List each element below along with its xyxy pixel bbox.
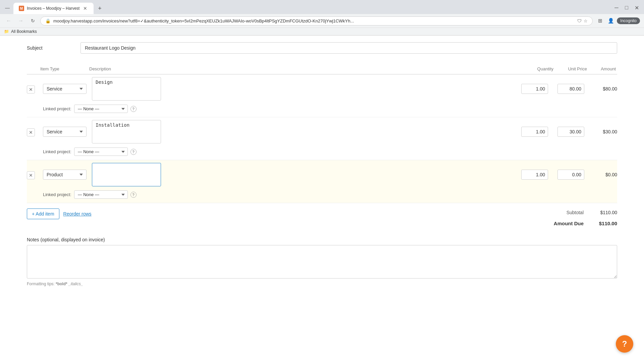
notes-section: Notes (optional, displayed on invoice) F… [27, 237, 617, 286]
unit-price-input-2[interactable] [557, 127, 584, 137]
extensions-button[interactable]: ⊞ [595, 16, 605, 25]
subtotal-label: Subtotal [550, 210, 584, 215]
linked-project-select-3[interactable]: — None — [74, 190, 128, 199]
subtotal-value: $110.00 [590, 210, 617, 215]
formatting-italic: _italics_ [68, 282, 83, 286]
item-type-select-1[interactable]: Service Product Hour [43, 84, 87, 94]
actions-row: + Add item Reorder rows Subtotal $110.00 [27, 208, 617, 219]
item-type-select-3[interactable]: Service Product Hour [43, 170, 87, 180]
description-input-3[interactable] [92, 163, 161, 186]
subject-label: Subject [27, 45, 80, 51]
amount-cell-2: $30.00 [587, 129, 617, 134]
browser-chrome: — M Invoices – Moodjoy – Harvest ✕ + ─ □… [0, 0, 644, 36]
linked-project-label-1: Linked project: [43, 106, 71, 111]
amount-due-label: Amount Due [543, 221, 584, 226]
address-bar[interactable]: 🔒 moodjoy.harvestapp.com/invoices/new?ut… [40, 16, 593, 25]
quantity-input-2[interactable] [521, 127, 548, 137]
table-row: ✕ Service Product Hour Installation $30.… [27, 117, 617, 160]
totals-section: Subtotal $110.00 [550, 210, 617, 218]
address-icons: 🛡 ☆ [577, 18, 588, 23]
incognito-badge: Incognito [617, 17, 640, 24]
notes-label: Notes (optional, displayed on invoice) [27, 237, 617, 242]
back-button[interactable]: ← [4, 16, 13, 25]
unit-price-input-3[interactable] [557, 170, 584, 180]
star-icon[interactable]: ☆ [584, 18, 588, 23]
shield-icon: 🛡 [577, 18, 582, 23]
notes-textarea[interactable] [27, 245, 617, 279]
delete-item-1-button[interactable]: ✕ [27, 85, 35, 94]
subject-input[interactable] [80, 42, 617, 54]
help-button-label: ? [622, 339, 627, 349]
floating-help-button[interactable]: ? [616, 335, 633, 353]
browser-tab[interactable]: M Invoices – Moodjoy – Harvest ✕ [13, 3, 94, 14]
forward-button[interactable]: → [16, 16, 25, 25]
header-amount: Amount [587, 66, 617, 71]
window-minimize-btn[interactable]: ─ [612, 3, 621, 12]
header-delete-col [27, 66, 40, 71]
address-text: moodjoy.harvestapp.com/invoices/new?utf8… [53, 18, 575, 23]
window-maximize-btn[interactable]: □ [622, 3, 631, 12]
description-input-2[interactable]: Installation [92, 120, 161, 143]
linked-project-select-2[interactable]: — None — [74, 147, 128, 156]
amount-cell-3: $0.00 [587, 172, 617, 177]
tab-favicon: M [19, 6, 24, 11]
linked-project-label-2: Linked project: [43, 149, 71, 154]
tab-close-button[interactable]: ✕ [82, 5, 88, 11]
browser-nav-bar: ← → ↻ 🔒 moodjoy.harvestapp.com/invoices/… [0, 14, 644, 27]
linked-project-label-3: Linked project: [43, 192, 71, 197]
linked-project-help-icon-1[interactable]: ? [130, 106, 137, 112]
reorder-rows-button[interactable]: Reorder rows [63, 211, 92, 217]
item-type-select-2[interactable]: Service Product Hour [43, 127, 87, 137]
header-quantity: Quantity [523, 66, 553, 71]
profile-button[interactable]: 👤 [606, 16, 615, 25]
table-row: ✕ Service Product Hour Design $80.00 Lin… [27, 74, 617, 117]
bookmarks-bar: 📁 All Bookmarks [0, 27, 644, 35]
page-content: Subject Item Type Description Quantity U… [0, 36, 644, 357]
reload-button[interactable]: ↻ [28, 16, 38, 25]
delete-item-2-button[interactable]: ✕ [27, 128, 35, 136]
add-item-button[interactable]: + Add item [27, 208, 59, 219]
linked-project-help-icon-2[interactable]: ? [130, 149, 137, 155]
header-item-type: Item Type [40, 66, 87, 71]
tab-title: Invoices – Moodjoy – Harvest [27, 6, 79, 11]
header-unit-price: Unit Price [553, 66, 587, 71]
linked-project-select-1[interactable]: — None — [74, 105, 128, 113]
quantity-input-3[interactable] [521, 170, 548, 180]
unit-price-input-1[interactable] [557, 84, 584, 94]
amount-due-value: $110.00 [590, 221, 617, 226]
bookmarks-label[interactable]: All Bookmarks [11, 29, 37, 34]
formatting-bold: *bold* [56, 282, 67, 286]
formatting-tips: Formatting tips: *bold* _italics_ [27, 282, 617, 286]
subject-row: Subject [27, 42, 617, 54]
new-tab-button[interactable]: + [95, 4, 104, 13]
amount-cell-1: $80.00 [587, 86, 617, 92]
table-row: ✕ Service Product Hour $0.00 Linked proj [27, 160, 617, 203]
delete-item-3-button[interactable]: ✕ [27, 171, 35, 179]
linked-project-help-icon-3[interactable]: ? [130, 192, 137, 198]
formatting-tips-prefix: Formatting tips: [27, 282, 56, 286]
folder-icon: 📁 [4, 29, 9, 34]
description-input-1[interactable]: Design [92, 77, 161, 101]
quantity-input-1[interactable] [521, 84, 548, 94]
window-close-btn[interactable]: ✕ [632, 3, 641, 12]
amount-due-row: Amount Due $110.00 [27, 221, 617, 226]
window-minimize[interactable]: — [3, 3, 12, 12]
header-description: Description [87, 66, 523, 71]
items-table-header: Item Type Description Quantity Unit Pric… [27, 64, 617, 74]
